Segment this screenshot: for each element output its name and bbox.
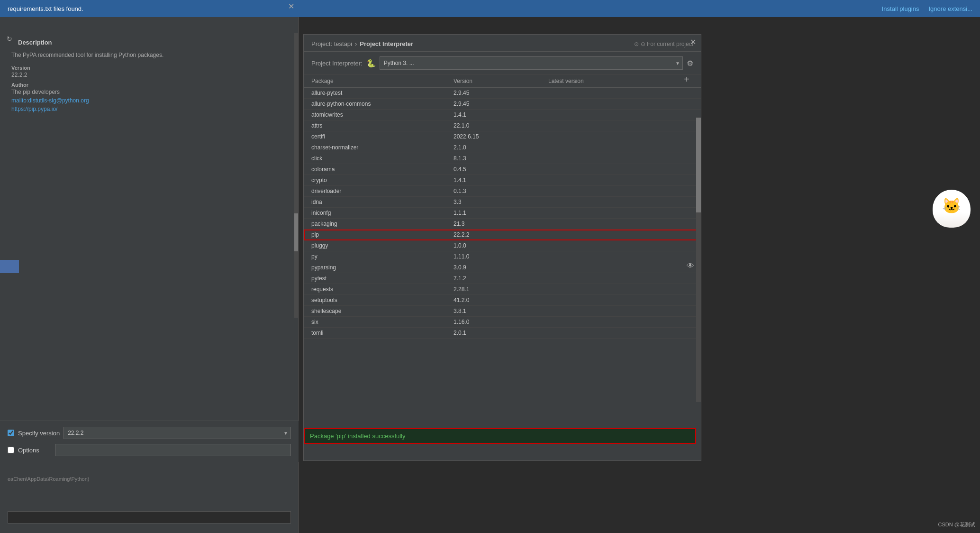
td-latest-version (548, 221, 693, 227)
table-row[interactable]: certifi 2022.6.15 (304, 131, 701, 142)
for-current-project-toggle[interactable]: ⊙ ⊙ For current project (634, 41, 693, 47)
td-package-name: click (311, 155, 454, 162)
for-current-icon: ⊙ (634, 41, 639, 47)
table-row[interactable]: packaging 21.3 (304, 219, 701, 230)
table-row[interactable]: iniconfg 1.1.1 (304, 208, 701, 219)
specify-version-row: Specify version 22.2.2 22.2.1 22.1.0 ▼ (8, 427, 291, 439)
table-row[interactable]: pluggy 1.0.0 (304, 240, 701, 251)
interpreter-select-wrap: Python 3. ... ▼ (380, 56, 683, 70)
table-row[interactable]: idna 3.3 (304, 197, 701, 208)
table-row[interactable]: setuptools 41.2.0 (304, 295, 701, 306)
link-distutils[interactable]: mailto:distutils-sig@python.org (11, 97, 290, 104)
td-version: 41.2.0 (454, 297, 548, 303)
td-latest-version (548, 275, 693, 282)
left-blue-bar (0, 260, 19, 273)
td-latest-version (548, 166, 693, 173)
td-latest-version (548, 199, 693, 205)
table-row[interactable]: py 1.11.0 (304, 251, 701, 262)
td-package-name: py (311, 253, 454, 260)
table-row[interactable]: pip 22.2.2 (304, 230, 701, 240)
table-row[interactable]: pyparsing 3.0.9 (304, 262, 701, 273)
path-label: eaChen\AppData\Roaming\Python) (0, 472, 299, 486)
table-row[interactable]: charset-normalizer 2.1.0 (304, 142, 701, 153)
table-row[interactable]: attrs 22.1.0 (304, 120, 701, 131)
td-latest-version (548, 133, 693, 140)
left-panel-close-icon[interactable]: ✕ (288, 2, 294, 11)
right-project-interpreter-panel: ✕ Project: testapi › Project Interpreter… (303, 34, 701, 461)
td-latest-version (548, 122, 693, 129)
td-version: 22.1.0 (454, 122, 548, 129)
left-scrollbar[interactable] (294, 33, 298, 318)
csdn-label: CSDN @花测试 (938, 521, 975, 528)
csdn-text: CSDN @花测试 (938, 522, 975, 527)
td-package-name: packaging (311, 221, 454, 227)
td-version: 1.4.1 (454, 177, 548, 184)
specify-version-checkbox[interactable] (8, 430, 14, 436)
td-version: 2.9.45 (454, 90, 548, 96)
link-pypa[interactable]: https://pip.pypa.io/ (11, 106, 290, 112)
options-checkbox[interactable] (8, 447, 14, 453)
eye-icon: 👁 (687, 262, 694, 270)
td-latest-version (548, 210, 693, 216)
td-version: 7.1.2 (454, 275, 548, 282)
td-latest-version (548, 330, 693, 336)
packages-table-container: Package Version Latest version + allure-… (304, 75, 701, 449)
options-input[interactable] (55, 444, 291, 456)
ignore-extensions-link[interactable]: Ignore extensi... (929, 5, 973, 12)
options-label: Options (18, 447, 51, 454)
right-panel-close-icon[interactable]: ✕ (690, 37, 696, 46)
breadcrumb-project: Project: testapi (311, 40, 352, 47)
package-search-input[interactable] (8, 511, 291, 524)
table-row[interactable]: requests 2.28.1 (304, 284, 701, 295)
table-row[interactable]: allure-python-commons 2.9.45 (304, 99, 701, 110)
td-latest-version (548, 90, 693, 96)
version-dropdown[interactable]: 22.2.2 22.2.1 22.1.0 (64, 427, 291, 439)
td-version: 1.0.0 (454, 242, 548, 249)
description-header: Description (18, 39, 290, 46)
table-row[interactable]: allure-pytest 2.9.45 (304, 88, 701, 99)
add-package-button[interactable]: + (684, 74, 690, 85)
td-package-name: attrs (311, 122, 454, 129)
td-package-name: allure-pytest (311, 90, 454, 96)
td-package-name: tomli (311, 330, 454, 336)
td-version: 1.1.1 (454, 210, 548, 216)
interpreter-select[interactable]: Python 3. ... (380, 56, 683, 70)
breadcrumb-bar: Project: testapi › Project Interpreter ⊙… (304, 35, 701, 52)
table-row[interactable]: pytest 7.1.2 (304, 273, 701, 284)
td-latest-version (548, 253, 693, 260)
td-version: 2.1.0 (454, 144, 548, 151)
td-package-name: pyparsing (311, 264, 454, 271)
success-notification: Package 'pip' installed successfully (304, 428, 696, 444)
td-version: 0.1.3 (454, 188, 548, 194)
td-latest-version (548, 231, 693, 238)
table-row[interactable]: colorama 0.4.5 (304, 164, 701, 175)
table-header-row: Package Version Latest version (304, 75, 701, 88)
left-install-panel: ✕ ↻ Description The PyPA recommended too… (0, 0, 299, 533)
right-scrollbar[interactable] (696, 118, 701, 402)
table-row[interactable]: crypto 1.4.1 (304, 175, 701, 186)
td-package-name: setuptools (311, 297, 454, 303)
table-row[interactable]: shellescape 3.8.1 (304, 306, 701, 317)
table-row[interactable]: tomli 2.0.1 (304, 328, 701, 339)
table-row[interactable]: six 1.16.0 (304, 317, 701, 328)
breadcrumb-active-item: Project Interpreter (360, 40, 413, 47)
install-plugins-link[interactable]: Install plugins (882, 5, 919, 12)
td-latest-version (548, 188, 693, 194)
top-bar-actions: Install plugins Ignore extensi... (882, 5, 972, 12)
version-dropdown-wrap: 22.2.2 22.2.1 22.1.0 ▼ (64, 427, 291, 439)
description-body: The PyPA recommended tool for installing… (11, 51, 290, 59)
td-version: 22.2.2 (454, 231, 548, 238)
td-version: 8.1.3 (454, 155, 548, 162)
version-label: Version (11, 65, 290, 71)
eye-view-button[interactable]: 👁 (687, 262, 694, 270)
gear-settings-button[interactable]: ⚙ (687, 59, 693, 68)
table-row[interactable]: click 8.1.3 (304, 153, 701, 164)
td-latest-version (548, 319, 693, 325)
table-row[interactable]: driverloader 0.1.3 (304, 186, 701, 197)
td-version: 2.9.45 (454, 101, 548, 107)
table-row[interactable]: atomicwrites 1.4.1 (304, 110, 701, 120)
packages-table-body: allure-pytest 2.9.45 allure-python-commo… (304, 88, 701, 438)
td-latest-version (548, 101, 693, 107)
td-latest-version (548, 242, 693, 249)
description-section: Description The PyPA recommended tool fo… (0, 33, 298, 118)
